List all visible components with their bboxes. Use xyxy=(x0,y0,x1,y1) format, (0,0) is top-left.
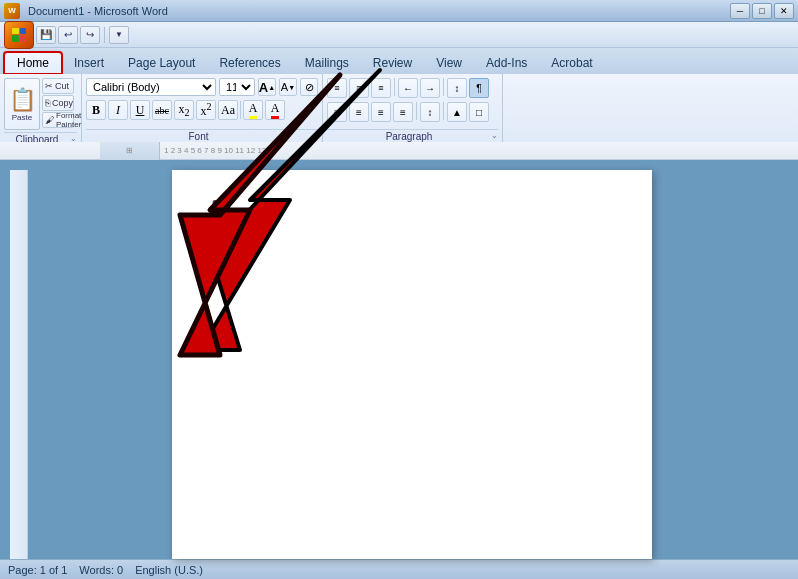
word-count: Words: 0 xyxy=(79,564,123,576)
align-right-button[interactable]: ≡ xyxy=(371,102,391,122)
line-spacing-button[interactable]: ↕ xyxy=(420,102,440,122)
page-container: ¶ ¶ ¶ xyxy=(36,170,788,559)
format-painter-button[interactable]: 🖌 Format Painter xyxy=(42,112,74,128)
cut-button[interactable]: ✂ Cut xyxy=(42,78,74,94)
justify-icon: ≡ xyxy=(400,107,406,118)
paragraph-mark-2: ¶ xyxy=(212,221,612,252)
numbering-button[interactable]: ≡ xyxy=(349,78,369,98)
font-divider xyxy=(240,101,241,119)
italic-button[interactable]: I xyxy=(108,100,128,120)
para-divider3 xyxy=(416,102,417,120)
highlight-button[interactable]: A xyxy=(243,100,263,120)
customize-button[interactable]: ▼ xyxy=(109,26,129,44)
office-button[interactable] xyxy=(4,21,34,49)
bullets-icon: ≡ xyxy=(334,83,339,93)
increase-indent-icon: → xyxy=(425,83,435,94)
window-controls: ─ □ ✕ xyxy=(730,3,794,19)
clear-format-icon: ⊘ xyxy=(305,81,314,94)
redo-button[interactable]: ↪ xyxy=(80,26,100,44)
sort-button[interactable]: ↕ xyxy=(447,78,467,98)
bold-button[interactable]: B xyxy=(86,100,106,120)
language: English (U.S.) xyxy=(135,564,203,576)
copy-icon: ⎘ xyxy=(45,98,50,108)
font-selectors: Calibri (Body) 11 A ▲ A ▼ ⊘ xyxy=(86,78,318,96)
font-size-select[interactable]: 11 xyxy=(219,78,255,96)
font-content: Calibri (Body) 11 A ▲ A ▼ ⊘ xyxy=(86,76,318,129)
paste-button[interactable]: 📋 Paste xyxy=(4,78,40,130)
quick-access-toolbar: 💾 ↩ ↪ ▼ xyxy=(0,22,798,48)
font-expand-icon[interactable]: ⌄ xyxy=(311,131,318,140)
underline-button[interactable]: U xyxy=(130,100,150,120)
status-bar: Page: 1 of 1 Words: 0 English (U.S.) xyxy=(0,559,798,579)
align-left-button[interactable]: ≡ xyxy=(327,102,347,122)
paragraph-bottom-buttons: ≡ ≡ ≡ ≡ ↕ ▲ □ xyxy=(327,102,489,122)
borders-icon: □ xyxy=(476,107,482,118)
title-bar: W Document1 - Microsoft Word ─ □ ✕ xyxy=(0,0,798,22)
redo-icon: ↪ xyxy=(86,29,94,40)
center-button[interactable]: ≡ xyxy=(349,102,369,122)
ribbon-remainder xyxy=(503,74,798,142)
paragraph-top-buttons: ≡ ≡ ≡ ← → ↕ ¶ xyxy=(327,78,489,98)
paragraph-mark-1: ¶ xyxy=(212,190,612,221)
borders-button[interactable]: □ xyxy=(469,102,489,122)
increase-indent-button[interactable]: → xyxy=(420,78,440,98)
tab-acrobat[interactable]: Acrobat xyxy=(539,52,604,74)
save-button[interactable]: 💾 xyxy=(36,26,56,44)
multilevel-icon: ≡ xyxy=(378,83,383,93)
strikethrough-button[interactable]: abc xyxy=(152,100,172,120)
shrink-font-button[interactable]: A ▼ xyxy=(279,78,297,96)
font-name-select[interactable]: Calibri (Body) xyxy=(86,78,216,96)
shading-button[interactable]: ▲ xyxy=(447,102,467,122)
tab-mailings[interactable]: Mailings xyxy=(293,52,361,74)
tab-review[interactable]: Review xyxy=(361,52,424,74)
copy-button[interactable]: ⎘ Copy xyxy=(42,95,74,111)
shrink-font-icon: A xyxy=(281,81,288,93)
grow-font-button[interactable]: A ▲ xyxy=(258,78,276,96)
superscript-button[interactable]: x2 xyxy=(196,100,216,120)
font-format-buttons: B I U abc x2 x2 Aa xyxy=(86,100,285,120)
maximize-button[interactable]: □ xyxy=(752,3,772,19)
document-area: ¶ ¶ ¶ xyxy=(0,160,798,559)
undo-icon: ↩ xyxy=(64,29,72,40)
shading-icon: ▲ xyxy=(452,107,462,118)
strikethrough-icon: abc xyxy=(155,105,169,116)
document-page[interactable]: ¶ ¶ ¶ xyxy=(172,170,652,559)
subscript-button[interactable]: x2 xyxy=(174,100,194,120)
tab-insert[interactable]: Insert xyxy=(62,52,116,74)
horizontal-ruler: ⊞ 1 2 3 4 5 6 7 8 9 10 11 12 13 xyxy=(0,142,798,160)
paragraph-group: ≡ ≡ ≡ ← → ↕ ¶ xyxy=(323,74,503,142)
grow-font-icon: A xyxy=(259,80,268,95)
minimize-button[interactable]: ─ xyxy=(730,3,750,19)
font-label: Font ⌄ xyxy=(86,129,318,142)
paragraph-expand-icon[interactable]: ⌄ xyxy=(491,131,498,140)
paragraph-content: ≡ ≡ ≡ ← → ↕ ¶ xyxy=(327,76,498,129)
tab-addins[interactable]: Add-Ins xyxy=(474,52,539,74)
justify-button[interactable]: ≡ xyxy=(393,102,413,122)
multilevel-button[interactable]: ≡ xyxy=(371,78,391,98)
customize-icon: ▼ xyxy=(115,30,123,39)
decrease-indent-icon: ← xyxy=(403,83,413,94)
format-painter-icon: 🖌 xyxy=(45,115,54,125)
clipboard-content: 📋 Paste ✂ Cut ⎘ Copy 🖌 Format Painter xyxy=(4,76,77,132)
bullets-button[interactable]: ≡ xyxy=(327,78,347,98)
tab-view[interactable]: View xyxy=(424,52,474,74)
tab-pagelayout[interactable]: Page Layout xyxy=(116,52,207,74)
numbering-icon: ≡ xyxy=(356,83,361,93)
change-case-button[interactable]: Aa xyxy=(218,100,238,120)
paragraph-mark-3: ¶ xyxy=(212,252,612,283)
decrease-indent-button[interactable]: ← xyxy=(398,78,418,98)
ruler-marks: 1 2 3 4 5 6 7 8 9 10 11 12 13 xyxy=(160,146,270,155)
ribbon: 📋 Paste ✂ Cut ⎘ Copy 🖌 Format Painter C xyxy=(0,74,798,142)
tab-references[interactable]: References xyxy=(207,52,292,74)
font-group: Calibri (Body) 11 A ▲ A ▼ ⊘ xyxy=(82,74,323,142)
close-button[interactable]: ✕ xyxy=(774,3,794,19)
paste-icon: 📋 xyxy=(9,87,36,113)
clear-format-button[interactable]: ⊘ xyxy=(300,78,318,96)
undo-button[interactable]: ↩ xyxy=(58,26,78,44)
clipboard-small-buttons: ✂ Cut ⎘ Copy 🖌 Format Painter xyxy=(42,78,74,128)
font-color-button[interactable]: A xyxy=(265,100,285,120)
show-hide-button[interactable]: ¶ xyxy=(469,78,489,98)
window-title: Document1 - Microsoft Word xyxy=(28,5,168,17)
office-icon: W xyxy=(4,3,20,19)
tab-home[interactable]: Home xyxy=(4,52,62,74)
